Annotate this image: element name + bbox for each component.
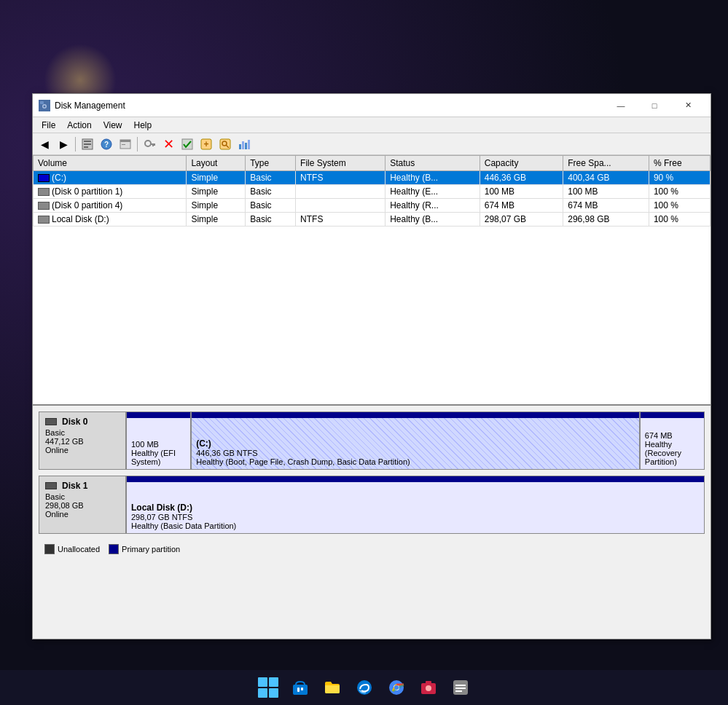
table-row[interactable]: (Disk 0 partition 4)SimpleBasicHealthy (…	[34, 199, 711, 213]
cell-freepct: 100 %	[649, 213, 710, 227]
edge-icon[interactable]	[350, 673, 379, 702]
chrome-icon[interactable]	[382, 673, 411, 702]
chart-button[interactable]	[235, 135, 253, 153]
cell-capacity: 100 MB	[480, 185, 563, 199]
content-area: Volume Layout Type File System Status Ca…	[33, 155, 711, 639]
store-icon[interactable]	[286, 673, 315, 702]
toolbar-separator-1	[75, 137, 76, 151]
cell-capacity: 674 MB	[480, 199, 563, 213]
svg-text:+: +	[203, 139, 208, 149]
forward-button[interactable]: ▶	[55, 135, 72, 153]
cell-filesystem: NTFS	[296, 213, 385, 227]
svg-rect-7	[84, 146, 88, 148]
close-button[interactable]: ✕	[671, 94, 705, 117]
cell-volume: (C:)	[34, 171, 187, 185]
disk-0-type: Basic	[45, 428, 120, 437]
legend-unallocated-icon	[44, 544, 55, 554]
svg-rect-23	[239, 144, 241, 149]
cell-filesystem	[296, 185, 385, 199]
table-row[interactable]: Local Disk (D:)SimpleBasicNTFSHealthy (B…	[34, 213, 711, 227]
cell-filesystem: NTFS	[296, 171, 385, 185]
cell-status: Healthy (E...	[385, 185, 480, 199]
volume-name: Local Disk (D:)	[52, 214, 109, 224]
disk-1-label: Disk 1 Basic 298,08 GB Online	[39, 476, 126, 534]
col-status[interactable]: Status	[385, 156, 480, 171]
disk-0-name: Disk 0	[45, 417, 120, 427]
partition-d[interactable]: Local Disk (D:) 298,07 GB NTFS Healthy (…	[127, 476, 704, 533]
key-button[interactable]	[141, 135, 158, 153]
partition-efi[interactable]: 100 MB Healthy (EFI System)	[127, 412, 192, 469]
cell-layout: Simple	[187, 171, 246, 185]
partition-c-body: (C:) 446,36 GB NTFS Healthy (Boot, Page …	[196, 430, 635, 466]
menu-help[interactable]: Help	[128, 119, 158, 132]
col-volume[interactable]: Volume	[34, 156, 187, 171]
partition-c[interactable]: (C:) 446,36 GB NTFS Healthy (Boot, Page …	[192, 412, 641, 469]
menu-view[interactable]: View	[98, 119, 128, 132]
svg-rect-28	[297, 688, 300, 692]
disk-management-window: Disk Management — □ ✕ File Action View H…	[32, 93, 711, 639]
partition-efi-body: 100 MB Healthy (EFI System)	[131, 431, 186, 466]
cell-type: Basic	[246, 171, 296, 185]
legend-primary-icon	[109, 544, 119, 554]
cell-capacity: 298,07 GB	[480, 213, 563, 227]
volume-table-area[interactable]: Volume Layout Type File System Status Ca…	[33, 155, 711, 406]
disk-1-name: Disk 1	[45, 481, 120, 491]
disk-1-size: 298,08 GB	[45, 501, 120, 510]
svg-rect-24	[242, 141, 244, 149]
col-filesystem[interactable]: File System	[296, 156, 385, 171]
cell-freespace: 296,98 GB	[563, 213, 649, 227]
start-button[interactable]	[254, 673, 283, 702]
legend-unallocated: Unallocated	[44, 544, 100, 554]
col-freepct[interactable]: % Free	[649, 156, 710, 171]
volume-table: Volume Layout Type File System Status Ca…	[33, 155, 711, 227]
partition-recovery-status: Healthy (Recovery Partition)	[645, 440, 700, 466]
window-title: Disk Management	[55, 101, 604, 111]
maximize-button[interactable]: □	[638, 94, 671, 117]
console-button[interactable]	[117, 135, 134, 153]
col-freespace[interactable]: Free Spa...	[563, 156, 649, 171]
add-button[interactable]: +	[197, 135, 215, 153]
partition-efi-header	[127, 412, 190, 418]
minimize-button[interactable]: —	[604, 94, 638, 117]
back-button[interactable]: ◀	[36, 135, 53, 153]
legend-unallocated-label: Unallocated	[58, 545, 100, 554]
folder-icon[interactable]	[318, 673, 347, 702]
partition-d-name: Local Disk (D:)	[131, 503, 700, 513]
delete-button[interactable]: ✕	[160, 135, 177, 153]
toolbar: ◀ ▶ ? ✕ +	[33, 133, 711, 155]
partition-c-name: (C:)	[196, 438, 635, 449]
cell-status: Healthy (R...	[385, 199, 480, 213]
cell-type: Basic	[246, 199, 296, 213]
partition-recovery[interactable]: 674 MB Healthy (Recovery Partition)	[641, 412, 704, 469]
disk-row-1: Disk 1 Basic 298,08 GB Online Local Disk…	[39, 476, 705, 534]
properties-button[interactable]	[79, 135, 96, 153]
partition-c-header	[192, 412, 639, 418]
col-capacity[interactable]: Capacity	[480, 156, 563, 171]
camera-icon[interactable]	[414, 673, 443, 702]
col-type[interactable]: Type	[246, 156, 296, 171]
cell-capacity: 446,36 GB	[480, 171, 563, 185]
search-button[interactable]	[216, 135, 234, 153]
cell-volume: Local Disk (D:)	[34, 213, 187, 227]
partition-recovery-header	[641, 412, 704, 418]
cell-layout: Simple	[187, 199, 246, 213]
toolbar-separator-2	[137, 137, 138, 151]
svg-rect-38	[455, 685, 466, 686]
disk-0-status: Online	[45, 446, 120, 454]
help-button[interactable]: ?	[98, 135, 115, 153]
disk-0-title: Disk 0	[62, 417, 87, 427]
menubar: File Action View Help	[33, 117, 711, 133]
svg-rect-11	[120, 140, 130, 142]
volume-disk-icon	[38, 174, 50, 182]
disk-1-partitions: Local Disk (D:) 298,07 GB NTFS Healthy (…	[126, 476, 705, 534]
table-row[interactable]: (C:)SimpleBasicNTFSHealthy (B...446,36 G…	[34, 171, 711, 185]
menu-action[interactable]: Action	[61, 119, 97, 132]
menu-file[interactable]: File	[36, 119, 61, 132]
disk-0-partitions: 100 MB Healthy (EFI System) (C:) 446,36 …	[126, 411, 705, 470]
col-layout[interactable]: Layout	[187, 156, 246, 171]
volume-name: (Disk 0 partition 4)	[52, 200, 122, 210]
svg-rect-36	[426, 681, 431, 684]
table-row[interactable]: (Disk 0 partition 1)SimpleBasicHealthy (…	[34, 185, 711, 199]
tools-icon[interactable]	[446, 673, 475, 702]
check-button[interactable]	[179, 135, 196, 153]
